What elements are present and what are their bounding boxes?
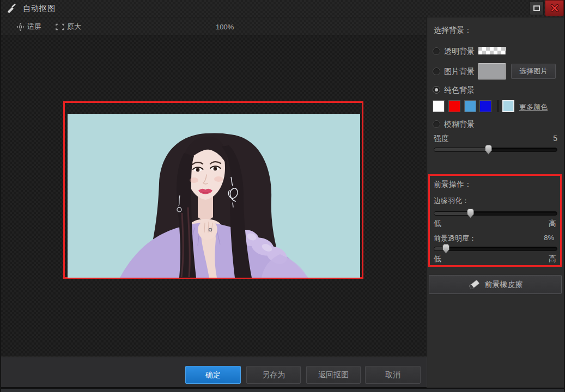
foreground-eraser-button[interactable]: 前景橡皮擦 xyxy=(429,275,562,294)
fit-screen-button[interactable]: 适屏 xyxy=(16,21,41,32)
eraser-icon xyxy=(468,280,480,289)
foreground-section-title: 前景操作： xyxy=(434,180,472,189)
transparent-bg-label[interactable]: 透明背景 xyxy=(444,47,475,57)
color-swatch-white[interactable] xyxy=(433,100,445,112)
transparent-bg-swatch[interactable] xyxy=(478,47,506,54)
feather-low-label: 低 xyxy=(434,219,441,229)
portrait-image xyxy=(68,114,360,278)
actual-size-button[interactable]: 原大 xyxy=(56,21,81,32)
strength-value: 5 xyxy=(553,134,557,143)
background-section-title: 选择背景： xyxy=(434,26,472,35)
blur-bg-radio[interactable] xyxy=(433,120,440,128)
canvas-toolbar: 适屏 原大 100% xyxy=(1,17,426,35)
feather-high-label: 高 xyxy=(549,219,556,229)
feather-slider-handle[interactable] xyxy=(467,209,474,218)
fit-screen-label: 适屏 xyxy=(27,22,41,32)
opacity-low-label: 低 xyxy=(434,254,441,264)
edited-photo[interactable] xyxy=(68,114,360,278)
close-button[interactable] xyxy=(545,0,564,16)
fg-opacity-slider[interactable] xyxy=(434,244,557,254)
save-as-button[interactable]: 另存为 xyxy=(246,366,301,384)
window-title: 自动抠图 xyxy=(23,4,56,14)
image-bg-swatch[interactable] xyxy=(478,63,506,79)
fg-opacity-slider-track[interactable] xyxy=(434,247,557,251)
transparent-bg-radio[interactable] xyxy=(433,47,440,55)
actual-size-icon xyxy=(56,23,64,30)
color-swatch-red[interactable] xyxy=(448,100,460,112)
image-bg-label[interactable]: 图片背景 xyxy=(444,67,475,77)
actual-size-label: 原大 xyxy=(67,22,81,32)
window-bottom-edge xyxy=(1,388,564,392)
color-swatch-selected[interactable] xyxy=(502,100,514,112)
foreground-eraser-label: 前景橡皮擦 xyxy=(485,280,523,290)
app-window: 自动抠图 适屏 xyxy=(0,0,565,392)
more-colors-link[interactable]: 更多颜色 xyxy=(519,102,548,112)
strength-label: 强度 xyxy=(434,134,449,144)
settings-panel: 选择背景： 透明背景 图片背景 选择图片 纯色背景 更多颜色 模糊背景 强度 5 xyxy=(427,17,565,388)
feather-slider-fill xyxy=(434,212,471,215)
color-swatch-darkblue[interactable] xyxy=(479,100,491,112)
feather-slider[interactable] xyxy=(434,209,557,218)
back-to-cutout-button[interactable]: 返回抠图 xyxy=(306,366,361,384)
blur-bg-label[interactable]: 模糊背景 xyxy=(444,120,475,130)
maximize-icon xyxy=(533,5,540,11)
solid-bg-label[interactable]: 纯色背景 xyxy=(444,85,475,95)
title-bar: 自动抠图 xyxy=(1,0,564,17)
close-icon xyxy=(550,4,559,12)
fg-opacity-label: 前景透明度： xyxy=(434,234,476,243)
cancel-button[interactable]: 取消 xyxy=(365,366,421,384)
feather-label: 边缘羽化： xyxy=(434,196,469,206)
image-bg-radio[interactable] xyxy=(433,68,440,75)
fit-screen-icon xyxy=(16,23,25,31)
fg-opacity-slider-handle[interactable] xyxy=(442,244,449,254)
solid-bg-radio[interactable] xyxy=(433,86,440,94)
strength-slider[interactable] xyxy=(434,145,557,155)
zoom-value: 100% xyxy=(216,23,234,31)
ok-button[interactable]: 确定 xyxy=(185,366,241,384)
footer-bar: 确定 另存为 返回抠图 取消 xyxy=(1,357,427,388)
color-swatch-blue[interactable] xyxy=(464,100,476,112)
choose-image-button[interactable]: 选择图片 xyxy=(511,64,556,79)
cutout-tool-icon xyxy=(7,3,17,14)
opacity-high-label: 高 xyxy=(549,254,556,264)
canvas-area[interactable] xyxy=(1,35,426,357)
maximize-button[interactable] xyxy=(530,1,544,15)
workspace-column: 适屏 原大 100% xyxy=(1,17,427,388)
strength-slider-handle[interactable] xyxy=(485,145,492,155)
swatch-separator xyxy=(497,100,499,112)
strength-slider-fill xyxy=(434,148,489,151)
fg-opacity-value: 8% xyxy=(544,234,554,242)
